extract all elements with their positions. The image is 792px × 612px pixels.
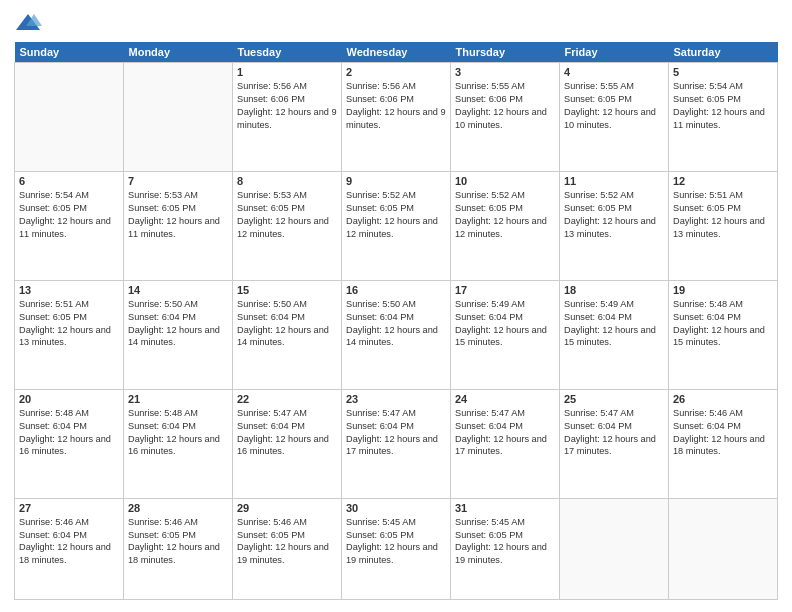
day-number: 30	[346, 502, 446, 514]
day-info: Sunrise: 5:45 AMSunset: 6:05 PMDaylight:…	[455, 516, 555, 568]
calendar-day-cell: 13Sunrise: 5:51 AMSunset: 6:05 PMDayligh…	[15, 280, 124, 389]
calendar-day-cell: 26Sunrise: 5:46 AMSunset: 6:04 PMDayligh…	[669, 389, 778, 498]
calendar-header-row: SundayMondayTuesdayWednesdayThursdayFrid…	[15, 42, 778, 63]
day-info: Sunrise: 5:48 AMSunset: 6:04 PMDaylight:…	[128, 407, 228, 459]
calendar-day-cell: 15Sunrise: 5:50 AMSunset: 6:04 PMDayligh…	[233, 280, 342, 389]
day-number: 19	[673, 284, 773, 296]
day-info: Sunrise: 5:50 AMSunset: 6:04 PMDaylight:…	[128, 298, 228, 350]
day-number: 12	[673, 175, 773, 187]
day-info: Sunrise: 5:56 AMSunset: 6:06 PMDaylight:…	[237, 80, 337, 132]
day-info: Sunrise: 5:55 AMSunset: 6:06 PMDaylight:…	[455, 80, 555, 132]
day-number: 3	[455, 66, 555, 78]
calendar-day-cell: 1Sunrise: 5:56 AMSunset: 6:06 PMDaylight…	[233, 63, 342, 172]
logo-icon	[14, 12, 42, 34]
calendar-day-cell: 29Sunrise: 5:46 AMSunset: 6:05 PMDayligh…	[233, 498, 342, 599]
weekday-header: Monday	[124, 42, 233, 63]
day-info: Sunrise: 5:48 AMSunset: 6:04 PMDaylight:…	[673, 298, 773, 350]
day-number: 21	[128, 393, 228, 405]
day-info: Sunrise: 5:49 AMSunset: 6:04 PMDaylight:…	[455, 298, 555, 350]
day-info: Sunrise: 5:47 AMSunset: 6:04 PMDaylight:…	[564, 407, 664, 459]
day-number: 17	[455, 284, 555, 296]
logo	[14, 12, 46, 34]
calendar-day-cell: 28Sunrise: 5:46 AMSunset: 6:05 PMDayligh…	[124, 498, 233, 599]
calendar-day-cell: 7Sunrise: 5:53 AMSunset: 6:05 PMDaylight…	[124, 171, 233, 280]
calendar-day-cell: 8Sunrise: 5:53 AMSunset: 6:05 PMDaylight…	[233, 171, 342, 280]
calendar-day-cell: 18Sunrise: 5:49 AMSunset: 6:04 PMDayligh…	[560, 280, 669, 389]
day-number: 11	[564, 175, 664, 187]
day-info: Sunrise: 5:46 AMSunset: 6:04 PMDaylight:…	[673, 407, 773, 459]
day-number: 1	[237, 66, 337, 78]
day-info: Sunrise: 5:50 AMSunset: 6:04 PMDaylight:…	[237, 298, 337, 350]
calendar-day-cell: 27Sunrise: 5:46 AMSunset: 6:04 PMDayligh…	[15, 498, 124, 599]
page: SundayMondayTuesdayWednesdayThursdayFrid…	[0, 0, 792, 612]
day-number: 10	[455, 175, 555, 187]
calendar-day-cell: 30Sunrise: 5:45 AMSunset: 6:05 PMDayligh…	[342, 498, 451, 599]
calendar-day-cell	[15, 63, 124, 172]
day-info: Sunrise: 5:51 AMSunset: 6:05 PMDaylight:…	[19, 298, 119, 350]
weekday-header: Sunday	[15, 42, 124, 63]
day-number: 23	[346, 393, 446, 405]
weekday-header: Friday	[560, 42, 669, 63]
weekday-header: Wednesday	[342, 42, 451, 63]
day-number: 29	[237, 502, 337, 514]
day-number: 14	[128, 284, 228, 296]
calendar-day-cell: 4Sunrise: 5:55 AMSunset: 6:05 PMDaylight…	[560, 63, 669, 172]
calendar-day-cell: 24Sunrise: 5:47 AMSunset: 6:04 PMDayligh…	[451, 389, 560, 498]
day-number: 16	[346, 284, 446, 296]
calendar-day-cell: 22Sunrise: 5:47 AMSunset: 6:04 PMDayligh…	[233, 389, 342, 498]
calendar-day-cell: 14Sunrise: 5:50 AMSunset: 6:04 PMDayligh…	[124, 280, 233, 389]
calendar-day-cell: 25Sunrise: 5:47 AMSunset: 6:04 PMDayligh…	[560, 389, 669, 498]
calendar-day-cell	[560, 498, 669, 599]
day-info: Sunrise: 5:56 AMSunset: 6:06 PMDaylight:…	[346, 80, 446, 132]
calendar-week-row: 27Sunrise: 5:46 AMSunset: 6:04 PMDayligh…	[15, 498, 778, 599]
calendar-day-cell: 5Sunrise: 5:54 AMSunset: 6:05 PMDaylight…	[669, 63, 778, 172]
calendar-week-row: 20Sunrise: 5:48 AMSunset: 6:04 PMDayligh…	[15, 389, 778, 498]
day-number: 22	[237, 393, 337, 405]
calendar-day-cell: 31Sunrise: 5:45 AMSunset: 6:05 PMDayligh…	[451, 498, 560, 599]
day-info: Sunrise: 5:45 AMSunset: 6:05 PMDaylight:…	[346, 516, 446, 568]
calendar-day-cell: 16Sunrise: 5:50 AMSunset: 6:04 PMDayligh…	[342, 280, 451, 389]
day-number: 5	[673, 66, 773, 78]
calendar-day-cell: 11Sunrise: 5:52 AMSunset: 6:05 PMDayligh…	[560, 171, 669, 280]
calendar-day-cell: 20Sunrise: 5:48 AMSunset: 6:04 PMDayligh…	[15, 389, 124, 498]
day-info: Sunrise: 5:51 AMSunset: 6:05 PMDaylight:…	[673, 189, 773, 241]
weekday-header: Thursday	[451, 42, 560, 63]
calendar-day-cell: 3Sunrise: 5:55 AMSunset: 6:06 PMDaylight…	[451, 63, 560, 172]
weekday-header: Saturday	[669, 42, 778, 63]
calendar-day-cell: 6Sunrise: 5:54 AMSunset: 6:05 PMDaylight…	[15, 171, 124, 280]
day-info: Sunrise: 5:47 AMSunset: 6:04 PMDaylight:…	[346, 407, 446, 459]
calendar-week-row: 13Sunrise: 5:51 AMSunset: 6:05 PMDayligh…	[15, 280, 778, 389]
day-info: Sunrise: 5:46 AMSunset: 6:05 PMDaylight:…	[128, 516, 228, 568]
day-info: Sunrise: 5:55 AMSunset: 6:05 PMDaylight:…	[564, 80, 664, 132]
day-info: Sunrise: 5:53 AMSunset: 6:05 PMDaylight:…	[237, 189, 337, 241]
day-info: Sunrise: 5:52 AMSunset: 6:05 PMDaylight:…	[564, 189, 664, 241]
day-info: Sunrise: 5:47 AMSunset: 6:04 PMDaylight:…	[455, 407, 555, 459]
day-number: 6	[19, 175, 119, 187]
day-number: 2	[346, 66, 446, 78]
day-number: 18	[564, 284, 664, 296]
day-number: 8	[237, 175, 337, 187]
day-info: Sunrise: 5:52 AMSunset: 6:05 PMDaylight:…	[455, 189, 555, 241]
day-info: Sunrise: 5:50 AMSunset: 6:04 PMDaylight:…	[346, 298, 446, 350]
calendar-day-cell: 23Sunrise: 5:47 AMSunset: 6:04 PMDayligh…	[342, 389, 451, 498]
day-number: 4	[564, 66, 664, 78]
header	[14, 12, 778, 34]
day-info: Sunrise: 5:54 AMSunset: 6:05 PMDaylight:…	[673, 80, 773, 132]
day-info: Sunrise: 5:52 AMSunset: 6:05 PMDaylight:…	[346, 189, 446, 241]
day-number: 13	[19, 284, 119, 296]
day-info: Sunrise: 5:47 AMSunset: 6:04 PMDaylight:…	[237, 407, 337, 459]
calendar-day-cell	[124, 63, 233, 172]
calendar-day-cell: 12Sunrise: 5:51 AMSunset: 6:05 PMDayligh…	[669, 171, 778, 280]
weekday-header: Tuesday	[233, 42, 342, 63]
day-number: 25	[564, 393, 664, 405]
day-number: 31	[455, 502, 555, 514]
day-number: 26	[673, 393, 773, 405]
day-number: 24	[455, 393, 555, 405]
day-info: Sunrise: 5:54 AMSunset: 6:05 PMDaylight:…	[19, 189, 119, 241]
day-number: 27	[19, 502, 119, 514]
calendar-day-cell: 19Sunrise: 5:48 AMSunset: 6:04 PMDayligh…	[669, 280, 778, 389]
calendar-day-cell: 17Sunrise: 5:49 AMSunset: 6:04 PMDayligh…	[451, 280, 560, 389]
day-info: Sunrise: 5:53 AMSunset: 6:05 PMDaylight:…	[128, 189, 228, 241]
calendar-day-cell: 2Sunrise: 5:56 AMSunset: 6:06 PMDaylight…	[342, 63, 451, 172]
day-info: Sunrise: 5:48 AMSunset: 6:04 PMDaylight:…	[19, 407, 119, 459]
